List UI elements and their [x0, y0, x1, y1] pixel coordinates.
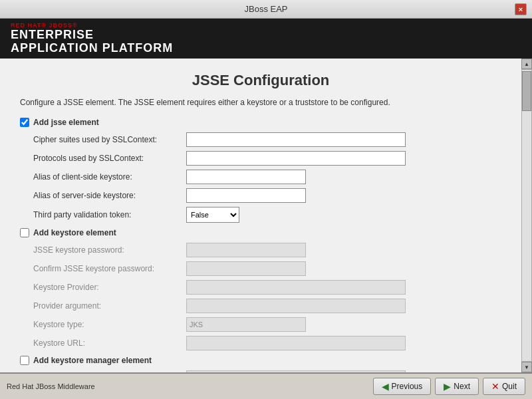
- keystore-section: Add keystore element JSSE keystore passw…: [20, 228, 501, 350]
- third-party-label: Third party validation token:: [33, 210, 186, 219]
- application-label: APPLICATION PLATFORM: [11, 42, 173, 55]
- previous-icon: ◀: [382, 381, 389, 392]
- nav-buttons: ◀ Previous ▶ Next ✕ Quit: [373, 378, 525, 395]
- server-alias-label: Alias of server-side keystore:: [33, 191, 186, 200]
- keystore-type-row: Keystore type:: [20, 317, 501, 332]
- status-text: Red Hat JBoss Middleware: [7, 382, 95, 390]
- logo: RED HAT® JBOSS® ENTERPRISE APPLICATION P…: [11, 22, 173, 55]
- provider-argument-label: Provider argument:: [33, 301, 186, 311]
- protocols-row: Protocols used by SSLContext:: [20, 151, 501, 166]
- keystore-provider-input: [186, 280, 406, 295]
- server-keystore-alias-row: Alias of server-side keystore:: [20, 188, 501, 203]
- scrollbar: ▲ ▼: [521, 59, 532, 372]
- client-alias-label: Alias of client-side keystore:: [33, 172, 186, 182]
- cipher-suites-label: Cipher suites used by SSLContext:: [33, 135, 186, 144]
- third-party-row: Third party validation token: False True: [20, 207, 501, 223]
- quit-icon: ✕: [491, 381, 499, 392]
- next-button[interactable]: ▶ Next: [435, 378, 479, 395]
- jsse-section: Add jsse element Cipher suites used by S…: [20, 118, 501, 223]
- keystore-url-label: Keystore URL:: [33, 338, 186, 348]
- add-keymanager-label[interactable]: Add keystore manager element: [33, 356, 152, 365]
- keystore-type-input: [186, 317, 306, 332]
- add-keystore-checkbox[interactable]: [20, 228, 29, 237]
- previous-button[interactable]: ◀ Previous: [373, 378, 432, 395]
- add-jsse-row: Add jsse element: [20, 118, 501, 127]
- server-alias-input[interactable]: [186, 188, 306, 203]
- add-jsse-checkbox[interactable]: [20, 118, 29, 127]
- quit-button[interactable]: ✕ Quit: [483, 378, 525, 395]
- keymanager-section: Add keystore manager element KeyManagerF…: [20, 356, 501, 372]
- previous-label: Previous: [392, 382, 423, 391]
- confirm-jsse-password-row: Confirm JSSE keystore password:: [20, 261, 501, 276]
- client-alias-input[interactable]: [186, 170, 306, 184]
- jsse-password-row: JSSE keystore password:: [20, 243, 501, 257]
- page-title: JSSE Configuration: [20, 72, 501, 89]
- jsse-password-label: JSSE keystore password:: [33, 245, 186, 255]
- provider-argument-input: [186, 299, 406, 313]
- keystore-provider-row: Keystore Provider:: [20, 280, 501, 295]
- main-container: JSSE Configuration Configure a JSSE elem…: [0, 59, 532, 372]
- confirm-jsse-password-input: [186, 261, 306, 276]
- scroll-up-button[interactable]: ▲: [521, 59, 532, 69]
- jsse-password-input: [186, 243, 306, 257]
- third-party-select[interactable]: False True: [186, 207, 239, 223]
- cipher-suites-input[interactable]: [186, 132, 406, 147]
- add-keymanager-row: Add keystore manager element: [20, 356, 501, 365]
- keystore-provider-label: Keystore Provider:: [33, 283, 186, 292]
- protocols-label: Protocols used by SSLContext:: [33, 154, 186, 163]
- confirm-jsse-password-label: Confirm JSSE keystore password:: [33, 264, 186, 273]
- add-jsse-label[interactable]: Add jsse element: [33, 118, 99, 127]
- scroll-thumb[interactable]: [522, 71, 531, 111]
- scroll-down-button[interactable]: ▼: [521, 362, 532, 372]
- keystore-url-input: [186, 336, 406, 350]
- window-title: JBoss EAP: [244, 4, 287, 14]
- quit-label: Quit: [502, 382, 517, 391]
- add-keystore-label[interactable]: Add keystore element: [33, 228, 116, 237]
- client-keystore-alias-row: Alias of client-side keystore:: [20, 170, 501, 184]
- close-button[interactable]: ×: [515, 3, 527, 15]
- add-keymanager-checkbox[interactable]: [20, 356, 29, 365]
- cipher-suites-row: Cipher suites used by SSLContext:: [20, 132, 501, 147]
- bottom-bar: Red Hat JBoss Middleware ◀ Previous ▶ Ne…: [0, 372, 532, 399]
- content-panel: JSSE Configuration Configure a JSSE elem…: [0, 59, 521, 372]
- next-icon: ▶: [444, 381, 451, 392]
- page-description: Configure a JSSE element. The JSSE eleme…: [20, 97, 501, 108]
- keystore-url-row: Keystore URL:: [20, 336, 501, 350]
- provider-argument-row: Provider argument:: [20, 299, 501, 313]
- add-keystore-row: Add keystore element: [20, 228, 501, 237]
- protocols-input[interactable]: [186, 151, 406, 166]
- next-label: Next: [454, 382, 470, 391]
- enterprise-label: ENTERPRISE: [11, 29, 173, 42]
- title-bar: JBoss EAP ×: [0, 0, 532, 19]
- header-banner: RED HAT® JBOSS® ENTERPRISE APPLICATION P…: [0, 19, 532, 59]
- scroll-track[interactable]: [521, 69, 532, 362]
- keystore-type-label: Keystore type:: [33, 320, 186, 329]
